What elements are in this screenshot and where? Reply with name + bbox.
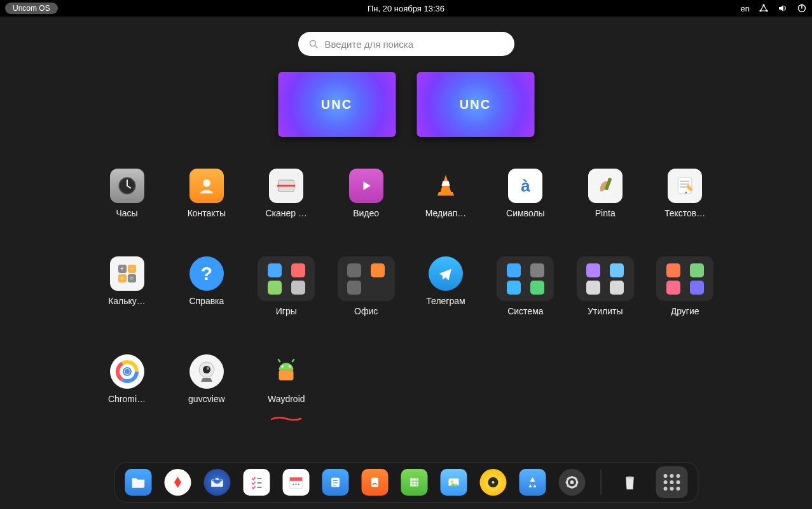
app-pinta[interactable]: Pinta xyxy=(565,169,645,218)
app-folder-other[interactable]: Другие xyxy=(645,256,725,316)
app-label: Игры xyxy=(276,306,297,316)
app-label: Контакты xyxy=(188,208,226,218)
search-bar xyxy=(298,32,514,56)
webcam-icon xyxy=(189,354,224,389)
calculator-icon: +−×= xyxy=(110,256,144,291)
svg-rect-39 xyxy=(371,478,378,487)
svg-point-29 xyxy=(282,365,284,367)
app-label: guvcview xyxy=(188,394,225,404)
app-folder-utils[interactable]: Утилиты xyxy=(565,256,645,316)
app-telegram[interactable]: Телеграм xyxy=(406,256,486,316)
svg-text:=: = xyxy=(130,275,134,282)
symbols-icon: à xyxy=(508,169,542,203)
workspace-thumbnail-2[interactable]: UNC xyxy=(416,72,534,137)
power-icon[interactable] xyxy=(797,3,807,13)
calendar-icon[interactable] xyxy=(282,469,309,496)
app-label: Pinta xyxy=(595,208,616,218)
telegram-icon xyxy=(429,256,463,291)
app-label: Утилиты xyxy=(588,306,623,316)
todo-icon[interactable] xyxy=(243,469,270,496)
appstore-icon[interactable] xyxy=(519,469,546,496)
app-video[interactable]: Видео xyxy=(326,169,406,218)
spreadsheet-icon[interactable] xyxy=(401,469,427,496)
svg-point-32 xyxy=(213,477,221,484)
running-indicator xyxy=(270,412,302,415)
app-label: Справка xyxy=(189,296,224,306)
browser-icon[interactable] xyxy=(164,469,191,496)
app-vlc[interactable]: Медиап… xyxy=(406,169,486,218)
trash-icon[interactable] xyxy=(616,469,643,496)
keyboard-layout-indicator[interactable]: en xyxy=(741,4,750,13)
files-icon[interactable] xyxy=(125,469,151,496)
search-input[interactable] xyxy=(325,39,504,50)
mail-icon[interactable] xyxy=(203,469,230,496)
show-applications-button[interactable] xyxy=(656,466,687,498)
workspace-thumbnail-1[interactable]: UNC xyxy=(278,72,396,137)
app-label: Кальку… xyxy=(108,296,146,306)
waydroid-icon xyxy=(269,354,303,389)
svg-point-27 xyxy=(203,366,210,373)
svg-text:−: − xyxy=(130,265,134,272)
app-folder-system[interactable]: Система xyxy=(486,256,565,316)
photos-icon[interactable] xyxy=(440,469,467,496)
svg-point-42 xyxy=(450,480,453,483)
search-icon xyxy=(308,39,319,49)
app-label: Waydroid xyxy=(268,394,305,404)
svg-point-4 xyxy=(310,41,315,46)
clock-icon xyxy=(110,169,144,203)
svg-point-25 xyxy=(125,369,130,374)
svg-point-36 xyxy=(295,484,296,485)
app-folder-office[interactable]: Офис xyxy=(326,256,406,316)
contacts-icon xyxy=(189,169,224,203)
volume-icon[interactable] xyxy=(778,3,788,13)
app-label: Медиап… xyxy=(425,208,467,218)
folder-icon xyxy=(656,256,713,301)
app-grid: Часы Контакты Сканер … Видео Медиап… à С… xyxy=(87,169,725,415)
app-label: Сканер … xyxy=(265,208,307,218)
dock-separator xyxy=(600,470,601,495)
scanner-icon xyxy=(269,169,303,203)
app-label: Часы xyxy=(116,208,137,218)
app-label: Символы xyxy=(506,208,545,218)
document-icon[interactable] xyxy=(361,469,388,496)
app-scanner[interactable]: Сканер … xyxy=(247,169,326,218)
app-waydroid[interactable]: Waydroid xyxy=(247,354,326,415)
clock-label[interactable]: Пн, 20 ноября 13:36 xyxy=(368,4,444,13)
folder-icon xyxy=(338,256,395,301)
app-help[interactable]: ? Справка xyxy=(167,256,246,316)
top-bar: Uncom OS Пн, 20 ноября 13:36 en xyxy=(0,0,812,17)
app-chromium[interactable]: Chromi… xyxy=(87,354,167,415)
app-label: Chromi… xyxy=(108,394,146,404)
folder-icon xyxy=(577,256,634,301)
app-symbols[interactable]: à Символы xyxy=(486,169,565,218)
svg-point-7 xyxy=(203,179,210,187)
chromium-icon xyxy=(110,354,144,389)
svg-point-44 xyxy=(492,481,494,484)
workspace-logo: UNC xyxy=(460,97,491,112)
settings-icon[interactable] xyxy=(558,469,585,496)
app-label: Офис xyxy=(354,306,378,316)
music-icon[interactable] xyxy=(479,469,506,496)
workspace-logo: UNC xyxy=(321,97,352,112)
apps-grid-icon xyxy=(663,474,680,491)
activities-button[interactable]: Uncom OS xyxy=(5,3,58,14)
app-folder-games[interactable]: Игры xyxy=(247,256,326,316)
notes-icon[interactable] xyxy=(322,469,348,496)
network-icon[interactable] xyxy=(759,3,769,13)
app-calculator[interactable]: +−×= Кальку… xyxy=(87,256,167,316)
app-label: Другие xyxy=(671,306,699,316)
svg-rect-10 xyxy=(678,178,692,193)
app-textedit[interactable]: Текстов… xyxy=(645,169,725,218)
app-label: Текстов… xyxy=(664,208,705,218)
app-guvcview[interactable]: guvcview xyxy=(167,354,246,415)
dock xyxy=(114,462,698,503)
app-clock[interactable]: Часы xyxy=(87,169,167,218)
svg-rect-31 xyxy=(279,370,294,380)
folder-icon xyxy=(258,256,315,301)
app-contacts[interactable]: Контакты xyxy=(167,169,246,218)
pinta-icon xyxy=(588,169,623,203)
workspace-switcher: UNC UNC xyxy=(278,72,534,137)
svg-point-30 xyxy=(289,365,291,367)
svg-point-28 xyxy=(207,367,209,370)
svg-point-35 xyxy=(292,484,294,485)
